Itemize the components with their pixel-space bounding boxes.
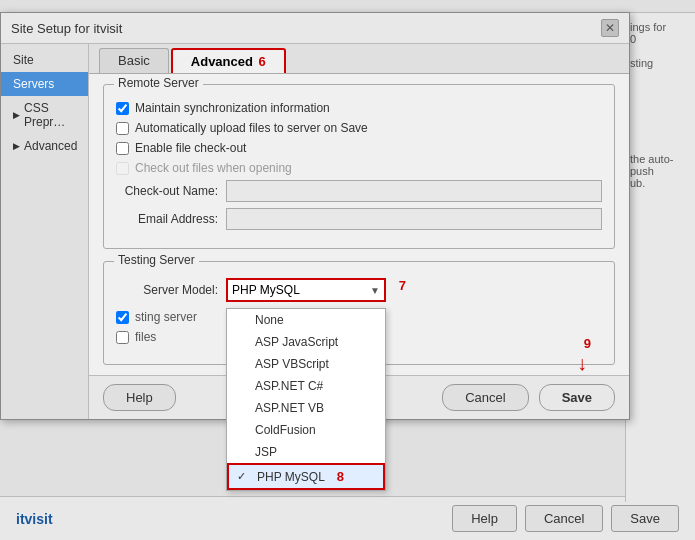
right-panel: ings for 0 sting the auto-push ub. xyxy=(625,12,695,502)
checkout-name-row: Check-out Name: xyxy=(116,180,602,202)
dropdown-aspnet-c-label: ASP.NET C# xyxy=(255,379,323,393)
site-setup-dialog: Site Setup for itvisit ✕ Site Servers ▶ … xyxy=(0,12,630,420)
tc-label-2: files xyxy=(135,330,156,344)
dropdown-item-none[interactable]: None xyxy=(227,309,385,331)
dropdown-php-mysql-label: PHP MySQL xyxy=(257,470,325,484)
tab-advanced-badge: 6 xyxy=(259,54,266,69)
sidebar-advanced-label: Advanced xyxy=(24,139,77,153)
dropdown-item-asp-vbs[interactable]: ASP VBScript xyxy=(227,353,385,375)
checkout-name-label: Check-out Name: xyxy=(116,184,226,198)
outer-window: itvisit Help Cancel Save ings for 0 stin… xyxy=(0,0,695,540)
content-area: Remote Server Maintain synchronization i… xyxy=(89,74,629,375)
file-checkout-label: Enable file check-out xyxy=(135,141,246,155)
server-model-dropdown: None ASP JavaScript ASP VBScript xyxy=(226,308,386,491)
sidebar-item-servers[interactable]: Servers xyxy=(1,72,88,96)
maintain-sync-checkbox[interactable] xyxy=(116,102,129,115)
dropdown-item-php-mysql[interactable]: ✓ PHP MySQL 8 xyxy=(227,463,385,490)
checkbox-file-checkout: Enable file check-out xyxy=(116,141,602,155)
bottom-save-button[interactable]: Save xyxy=(611,505,679,532)
dropdown-aspnet-vb-label: ASP.NET VB xyxy=(255,401,324,415)
dropdown-item-aspnet-c[interactable]: ASP.NET C# xyxy=(227,375,385,397)
tab-advanced[interactable]: Advanced 6 xyxy=(171,48,286,73)
checkbox-auto-upload: Automatically upload files to server on … xyxy=(116,121,602,135)
help-button[interactable]: Help xyxy=(103,384,176,411)
bottom-cancel-button[interactable]: Cancel xyxy=(525,505,603,532)
remote-server-legend: Remote Server xyxy=(114,76,203,90)
bottom-bar: itvisit Help Cancel Save xyxy=(0,496,695,540)
right-text-2: 0 xyxy=(630,33,691,45)
tab-advanced-label: Advanced xyxy=(191,54,253,69)
testing-server-legend: Testing Server xyxy=(114,253,199,267)
email-row: Email Address: xyxy=(116,208,602,230)
email-label: Email Address: xyxy=(116,212,226,226)
checkout-name-input[interactable] xyxy=(226,180,602,202)
bottom-help-button[interactable]: Help xyxy=(452,505,517,532)
badge-9: 9 xyxy=(584,336,591,351)
dropdown-coldfusion-label: ColdFusion xyxy=(255,423,316,437)
sidebar-item-site[interactable]: Site xyxy=(1,48,88,72)
sidebar-servers-label: Servers xyxy=(13,77,54,91)
title-bar: Site Setup for itvisit ✕ xyxy=(1,13,629,44)
tab-basic-label: Basic xyxy=(118,53,150,68)
tabs: Basic Advanced 6 xyxy=(89,44,629,74)
auto-upload-label: Automatically upload files to server on … xyxy=(135,121,368,135)
tab-basic[interactable]: Basic xyxy=(99,48,169,73)
right-text-4: the auto-push xyxy=(630,153,691,177)
sidebar-site-label: Site xyxy=(13,53,34,67)
server-model-select[interactable]: PHP MySQL ▼ 7 xyxy=(226,278,386,302)
checkout-on-open-label: Check out files when opening xyxy=(135,161,292,175)
tc-checkbox-1[interactable] xyxy=(116,311,129,324)
checkbox-checkout-on-open: Check out files when opening xyxy=(116,161,602,175)
auto-upload-checkbox[interactable] xyxy=(116,122,129,135)
dropdown-jsp-label: JSP xyxy=(255,445,277,459)
maintain-sync-label: Maintain synchronization information xyxy=(135,101,330,115)
testing-server-section: Testing Server Server Model: PHP MySQL ▼… xyxy=(103,261,615,365)
brand-label: itvisit xyxy=(16,511,53,527)
cancel-button[interactable]: Cancel xyxy=(442,384,528,411)
main-content: Basic Advanced 6 Remote Server Mainta xyxy=(89,44,629,419)
css-arrow-icon: ▶ xyxy=(13,110,20,120)
close-button[interactable]: ✕ xyxy=(601,19,619,37)
dialog-body: Site Servers ▶ CSS Prepr… ▶ Advanced xyxy=(1,44,629,419)
footer-right: 9 ↓ Cancel Save xyxy=(442,384,615,411)
dropdown-none-label: None xyxy=(255,313,284,327)
right-text-5: ub. xyxy=(630,177,691,189)
server-model-row: Server Model: PHP MySQL ▼ 7 None xyxy=(116,278,602,302)
php-mysql-check: ✓ xyxy=(237,470,251,483)
sidebar-css-label: CSS Prepr… xyxy=(24,101,80,129)
file-checkout-checkbox[interactable] xyxy=(116,142,129,155)
sidebar-item-advanced[interactable]: ▶ Advanced xyxy=(1,134,88,158)
dialog-title: Site Setup for itvisit xyxy=(11,21,122,36)
email-input[interactable] xyxy=(226,208,602,230)
dropdown-item-jsp[interactable]: JSP xyxy=(227,441,385,463)
badge-8: 8 xyxy=(337,469,344,484)
advanced-arrow-icon: ▶ xyxy=(13,141,20,151)
remote-server-section: Remote Server Maintain synchronization i… xyxy=(103,84,615,249)
right-text-1: ings for xyxy=(630,21,691,33)
sidebar: Site Servers ▶ CSS Prepr… ▶ Advanced xyxy=(1,44,89,419)
server-model-value: PHP MySQL xyxy=(232,283,300,297)
checkout-on-open-checkbox xyxy=(116,162,129,175)
dropdown-asp-vbs-label: ASP VBScript xyxy=(255,357,329,371)
tc-checkbox-2[interactable] xyxy=(116,331,129,344)
badge-7: 7 xyxy=(399,278,406,293)
dropdown-asp-js-label: ASP JavaScript xyxy=(255,335,338,349)
sidebar-item-css[interactable]: ▶ CSS Prepr… xyxy=(1,96,88,134)
tc-label-1: sting server xyxy=(135,310,197,324)
server-model-label: Server Model: xyxy=(116,283,226,297)
down-arrow-annotation: ↓ xyxy=(577,352,587,375)
right-text-3: sting xyxy=(630,57,691,69)
save-button[interactable]: Save xyxy=(539,384,615,411)
checkbox-maintain-sync: Maintain synchronization information xyxy=(116,101,602,115)
dropdown-item-aspnet-vb[interactable]: ASP.NET VB xyxy=(227,397,385,419)
dropdown-item-asp-js[interactable]: ASP JavaScript xyxy=(227,331,385,353)
dropdown-item-coldfusion[interactable]: ColdFusion xyxy=(227,419,385,441)
dropdown-arrow-icon: ▼ xyxy=(370,285,380,296)
